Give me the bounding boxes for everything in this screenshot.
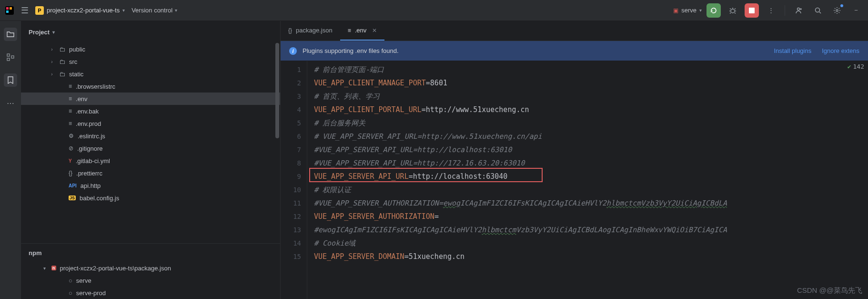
line-number[interactable]: 9	[281, 170, 301, 183]
npm-root-row[interactable]: ▾ n project-xczx2-portal-vue-ts\package.…	[21, 262, 280, 274]
tree-folder-row[interactable]: ›🗀public	[21, 43, 280, 55]
scrollbar-thumb[interactable]	[275, 43, 279, 138]
debug-button[interactable]	[726, 3, 740, 18]
line-number[interactable]: 3	[281, 90, 301, 103]
folder-icon: 🗀	[59, 46, 65, 53]
ignore-extension-link[interactable]: Ignore extens	[822, 47, 859, 54]
expand-arrow-icon[interactable]: ›	[49, 72, 55, 77]
line-number[interactable]: 7	[281, 143, 301, 156]
npm-script-label: serve-prod	[76, 289, 106, 297]
npm-panel-header[interactable]: npm	[21, 244, 280, 262]
tree-file-row[interactable]: ⊘.gitignore	[21, 142, 280, 155]
tree-file-row[interactable]: ≡.env	[21, 93, 280, 105]
editor-tab[interactable]: {}package.json	[281, 21, 340, 41]
stop-button[interactable]	[745, 3, 759, 18]
version-control-label: Version control	[131, 7, 172, 14]
chevron-down-icon: ▾	[122, 8, 125, 13]
run-configuration-selector[interactable]: ▣ serve ▾	[673, 7, 702, 14]
bullet-icon: ○	[69, 277, 72, 284]
tree-item-label: babel.config.js	[80, 195, 119, 202]
more-tools-button[interactable]: ⋯	[4, 96, 17, 110]
yaml-file-icon: Y	[69, 158, 72, 164]
tree-folder-row[interactable]: ›🗀static	[21, 68, 280, 80]
project-selector[interactable]: P project-xczx2-portal-vue-ts ▾	[35, 6, 125, 15]
code-line[interactable]: #VUE_APP_SERVER_API_URL=http://172.16.63…	[314, 156, 868, 170]
code-line[interactable]: VUE_APP_SERVER_API_URL=http://localhost:…	[314, 170, 868, 183]
npm-script-row[interactable]: ○serve-prod	[21, 287, 280, 299]
tree-item-label: .gitlab-ci.yml	[76, 157, 110, 165]
svg-rect-1	[6, 7, 9, 10]
line-number[interactable]: 8	[281, 156, 301, 170]
minimize-button[interactable]: −	[849, 3, 863, 18]
expand-arrow-icon[interactable]: ▾	[41, 266, 48, 271]
info-icon: i	[289, 47, 297, 55]
editor-notification-bar: i Plugins supporting .env files found. I…	[281, 41, 868, 61]
search-everywhere-button[interactable]	[811, 3, 825, 18]
folder-icon	[7, 31, 14, 38]
minimize-icon: −	[854, 7, 858, 14]
project-tool-button[interactable]	[4, 28, 17, 41]
project-panel-header[interactable]: Project ▾	[21, 21, 280, 43]
tree-file-row[interactable]: ≡.env.bak	[21, 105, 280, 117]
rerun-button[interactable]	[707, 3, 721, 18]
code-line[interactable]: VUE_APP_CLIENT_MANAGE_PORT=8601	[314, 76, 868, 90]
svg-rect-11	[11, 56, 14, 58]
code-line[interactable]: VUE_APP_SERVER_AUTHORIZATION=	[314, 210, 868, 223]
npm-icon: n	[51, 266, 56, 270]
code-line[interactable]: #ewogICAgImF1ZCI6IFsKICAgICAgICAieHVlY2h…	[314, 223, 868, 237]
code-line[interactable]: # 权限认证	[314, 183, 868, 196]
line-number[interactable]: 6	[281, 130, 301, 143]
tree-file-row[interactable]: Y.gitlab-ci.yml	[21, 155, 280, 167]
code-line[interactable]: # 首页、列表、学习	[314, 90, 868, 103]
settings-button[interactable]	[830, 3, 844, 18]
code-line[interactable]: #VUE_APP_SERVER_AUTHORIZATION=ewogICAgIm…	[314, 196, 868, 210]
line-number[interactable]: 15	[281, 250, 301, 263]
line-number[interactable]: 5	[281, 116, 301, 130]
code-line[interactable]: VUE_APP_CLIENT_PORTAL_URL=http://www.51x…	[314, 103, 868, 116]
tree-file-row[interactable]: JSbabel.config.js	[21, 192, 280, 204]
line-number[interactable]: 13	[281, 223, 301, 237]
line-number[interactable]: 10	[281, 183, 301, 196]
check-icon: ✔	[848, 63, 851, 70]
svg-rect-3	[6, 10, 9, 13]
npm-script-row[interactable]: ○serve	[21, 274, 280, 287]
install-plugins-link[interactable]: Install plugins	[774, 47, 811, 54]
ellipsis-icon: ⋯	[7, 99, 14, 108]
close-tab-icon[interactable]: ✕	[372, 27, 377, 34]
expand-arrow-icon[interactable]: ›	[49, 47, 55, 52]
gutter[interactable]: 123456789101112131415	[281, 61, 307, 299]
code-editor[interactable]: ✔ 142 # 前台管理页面-端口VUE_APP_CLIENT_MANAGE_P…	[307, 61, 868, 299]
run-config-label: serve	[681, 7, 696, 14]
more-actions-button[interactable]: ⋮	[764, 3, 778, 18]
file-type-icon: ≡	[348, 27, 351, 34]
line-number[interactable]: 1	[281, 63, 301, 76]
tree-file-row[interactable]: ≡.browserslistrc	[21, 80, 280, 93]
version-control-menu[interactable]: Version control ▾	[131, 7, 177, 14]
code-with-me-button[interactable]	[792, 3, 806, 18]
tree-file-row[interactable]: {}.prettierrc	[21, 167, 280, 179]
line-number[interactable]: 4	[281, 103, 301, 116]
code-line[interactable]: # VUE_APP_SERVER_API_URL=http://www.51xu…	[314, 130, 868, 143]
tree-file-row[interactable]: APIapi.http	[21, 179, 280, 192]
code-line[interactable]: # Cookie域	[314, 237, 868, 250]
tree-file-row[interactable]: ≡.env.prod	[21, 117, 280, 130]
tree-folder-row[interactable]: ›🗀src	[21, 55, 280, 68]
bookmarks-tool-button[interactable]	[4, 73, 17, 87]
code-line[interactable]: VUE_APP_SERVER_DOMAIN=51xuecheng.cn	[314, 250, 868, 263]
project-tree[interactable]: ›🗀public›🗀src›🗀static≡.browserslistrc≡.e…	[21, 43, 280, 243]
editor-area: {}package.json≡.env✕ i Plugins supportin…	[281, 21, 868, 299]
line-number[interactable]: 2	[281, 76, 301, 90]
inspection-widget[interactable]: ✔ 142	[848, 63, 864, 70]
expand-arrow-icon[interactable]: ›	[49, 59, 55, 64]
code-line[interactable]: #VUE_APP_SERVER_API_URL=http://localhost…	[314, 143, 868, 156]
editor-tab[interactable]: ≡.env✕	[340, 21, 385, 41]
line-number[interactable]: 14	[281, 237, 301, 250]
code-line[interactable]: # 前台管理页面-端口	[314, 63, 868, 76]
chevron-down-icon: ▾	[699, 8, 702, 13]
main-menu-icon[interactable]: ☰	[21, 5, 29, 16]
line-number[interactable]: 12	[281, 210, 301, 223]
tree-file-row[interactable]: ⚙.eslintrc.js	[21, 130, 280, 142]
code-line[interactable]: # 后台服务网关	[314, 116, 868, 130]
line-number[interactable]: 11	[281, 196, 301, 210]
structure-tool-button[interactable]	[4, 51, 17, 64]
